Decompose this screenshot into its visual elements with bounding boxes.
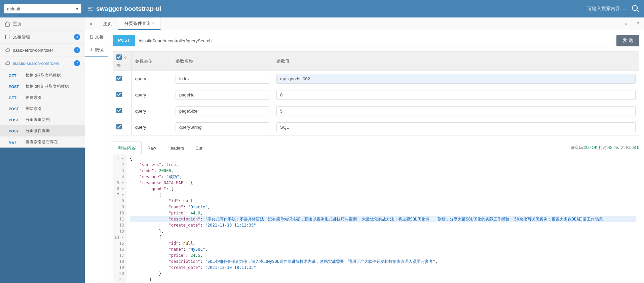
resp-code-label: 响应码: — [571, 145, 584, 150]
svg-line-4 — [637, 10, 639, 12]
resp-tab-body[interactable]: 响应内容 — [113, 142, 142, 154]
home-icon — [5, 21, 10, 27]
resp-tab-raw[interactable]: Raw — [142, 142, 162, 154]
document-icon — [89, 35, 93, 39]
method-label: GET — [9, 140, 22, 144]
side-tab-doc-label: 文档 — [95, 34, 104, 40]
bug-icon — [89, 48, 93, 52]
tabs-bar: « 主页 分页条件查询 × » — [85, 17, 644, 30]
sidebar-item-label: 主页 — [13, 21, 80, 27]
param-value-input[interactable] — [276, 74, 636, 84]
tab-current[interactable]: 分页条件查询 × — [118, 17, 161, 30]
api-item-2[interactable]: GET创建索引 — [0, 92, 85, 103]
sidebar-item-0[interactable]: 主页 — [0, 17, 85, 31]
sidebar: 主页文档管理3basic-error-controller7elastic-se… — [0, 17, 85, 283]
param-name-input[interactable] — [176, 90, 269, 100]
svg-point-8 — [91, 49, 92, 51]
param-name-input[interactable] — [176, 106, 269, 116]
param-enable-checkbox[interactable] — [116, 92, 122, 97]
api-item-label: 创建索引 — [26, 95, 42, 100]
response-tabs: 响应内容 Raw Headers Curl 响应码:200 OK 耗时:43 m… — [113, 142, 639, 154]
doc-icon — [5, 34, 10, 40]
api-item-label: 分页条件查询 — [26, 128, 50, 134]
chevron-down-icon: ▾ — [76, 6, 78, 11]
resp-tab-curl[interactable]: Curl — [190, 142, 209, 154]
api-item-1[interactable]: POST根据id数组获取文档数据 — [0, 81, 85, 92]
resp-time: 43 ms — [608, 145, 619, 150]
param-value-input[interactable] — [276, 106, 636, 116]
method-badge: POST — [113, 35, 135, 46]
method-label: GET — [9, 96, 22, 100]
tabs-more[interactable] — [632, 17, 644, 30]
resp-size-label: 大小: — [620, 145, 629, 150]
sidebar-item-2[interactable]: basic-error-controller7 — [0, 44, 85, 57]
method-label: POST — [9, 118, 22, 122]
resp-size: 568 b — [629, 145, 639, 150]
count-badge: 3 — [74, 34, 80, 40]
search-icon[interactable] — [631, 4, 640, 13]
param-row: query — [113, 87, 639, 103]
api-group-value: default — [7, 6, 20, 11]
api-item-label: 根据id获取文档数据 — [26, 73, 61, 78]
param-value-input[interactable] — [276, 90, 636, 100]
sidebar-item-3[interactable]: elastic-search-controller7 — [0, 57, 85, 70]
request-bar: POST 发 送 — [113, 35, 639, 46]
side-tabs: 文档 调试 — [85, 30, 108, 283]
api-group-select[interactable]: default ▾ — [4, 4, 81, 13]
count-badge: 7 — [74, 60, 80, 66]
resp-tab-headers[interactable]: Headers — [162, 142, 190, 154]
api-item-label: 删除索引 — [26, 106, 42, 112]
side-tab-doc[interactable]: 文档 — [85, 30, 108, 44]
select-all-checkbox[interactable] — [116, 54, 122, 60]
param-name-input[interactable] — [176, 122, 269, 132]
param-enable-checkbox[interactable] — [116, 124, 122, 129]
api-item-label: 根据id数组获取文档数据 — [26, 84, 69, 89]
svg-point-3 — [632, 5, 637, 10]
tab-current-label: 分页条件查询 — [124, 21, 151, 27]
content-area: « 主页 分页条件查询 × » 文档 — [85, 17, 644, 283]
param-type: query — [132, 87, 172, 103]
menu-toggle-icon[interactable] — [87, 6, 93, 12]
app-title-text: swagger-bootstrap-ui — [96, 5, 161, 12]
tab-home[interactable]: 主页 — [97, 17, 118, 30]
send-button[interactable]: 发 送 — [616, 35, 639, 46]
param-row: query — [113, 103, 639, 119]
side-tab-debug-label: 调试 — [95, 47, 104, 53]
param-enable-checkbox[interactable] — [116, 108, 122, 113]
param-name-input[interactable] — [176, 74, 269, 84]
api-item-4[interactable]: POST分页查询文档 — [0, 114, 85, 125]
url-input[interactable] — [135, 35, 614, 46]
api-item-3[interactable]: POST删除索引 — [0, 103, 85, 114]
param-type: query — [132, 71, 172, 87]
response-status: 响应码:200 OK 耗时:43 ms 大小:568 b — [571, 145, 639, 151]
side-tab-debug[interactable]: 调试 — [85, 44, 108, 57]
sidebar-item-label: elastic-search-controller — [13, 61, 74, 66]
resp-time-label: 耗时: — [599, 145, 608, 150]
param-enable-checkbox[interactable] — [116, 76, 122, 81]
param-type: query — [132, 103, 172, 119]
count-badge: 7 — [74, 47, 80, 53]
sidebar-empty-area — [0, 148, 85, 283]
cloud-icon — [5, 47, 10, 53]
param-value-input[interactable] — [276, 122, 636, 132]
col-name: 参数名称 — [172, 51, 273, 71]
col-value: 参数值 — [273, 51, 639, 71]
resp-code: 200 OK — [584, 145, 598, 150]
close-icon[interactable]: × — [152, 21, 154, 26]
api-item-5[interactable]: POST分页条件查询 — [0, 125, 85, 136]
sidebar-item-1[interactable]: 文档管理3 — [0, 31, 85, 44]
api-item-6[interactable]: GET查看索引是否存在 — [0, 136, 85, 148]
tabs-scroll-left[interactable]: « — [85, 17, 97, 30]
api-item-0[interactable]: GET根据id获取文档数据 — [0, 70, 85, 81]
method-label: GET — [9, 74, 22, 78]
sidebar-item-label: 文档管理 — [13, 34, 74, 40]
api-item-label: 分页查询文档 — [26, 117, 50, 123]
tab-home-label: 主页 — [103, 21, 112, 27]
response-body[interactable]: 1 ▾2345 ▾6 ▾7 ▾891011121314 ▾15161718192… — [113, 154, 639, 283]
param-row: query — [113, 119, 639, 135]
api-item-label: 查看索引是否存在 — [26, 139, 58, 145]
tabs-scroll-right[interactable]: » — [620, 17, 632, 30]
topbar: default ▾ swagger-bootstrap-ui 请输入搜索内容..… — [0, 0, 644, 17]
search-placeholder[interactable]: 请输入搜索内容...... — [587, 6, 628, 12]
method-label: POST — [9, 85, 22, 89]
